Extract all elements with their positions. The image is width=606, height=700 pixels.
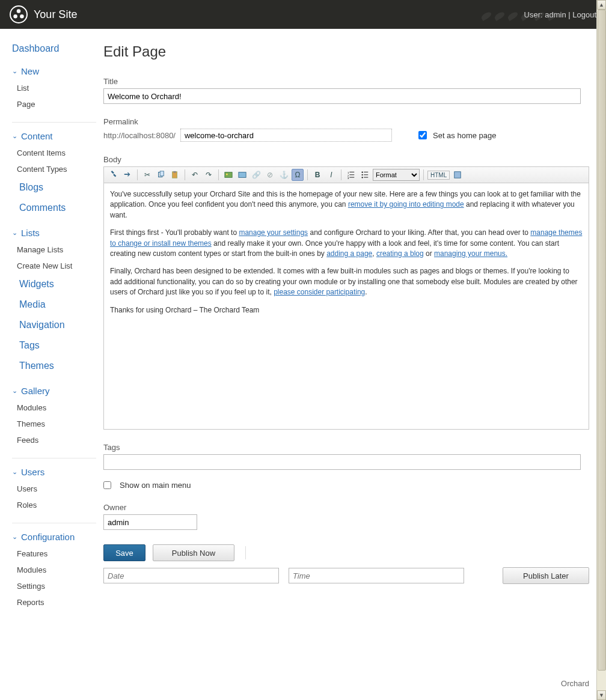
unordered-list-icon[interactable] bbox=[359, 169, 371, 181]
scroll-down-icon[interactable]: ▼ bbox=[597, 690, 606, 700]
nav-section-new[interactable]: ⌄New bbox=[12, 66, 96, 76]
redo-icon[interactable]: ↷ bbox=[203, 169, 215, 181]
nav-users[interactable]: Users bbox=[12, 481, 96, 497]
show-menu-checkbox[interactable] bbox=[103, 481, 111, 489]
svg-rect-6 bbox=[173, 171, 176, 173]
link-icon[interactable]: 🔗 bbox=[250, 169, 262, 181]
site-name: Your Site bbox=[34, 8, 77, 21]
logo-icon bbox=[10, 5, 28, 23]
bold-icon[interactable]: B bbox=[311, 169, 323, 181]
dashboard-link[interactable]: Dashboard bbox=[12, 43, 96, 54]
image-icon[interactable] bbox=[222, 169, 234, 181]
svg-text:3: 3 bbox=[347, 177, 349, 179]
nav-section-config[interactable]: ⌄Configuration bbox=[12, 532, 96, 542]
owner-label: Owner bbox=[103, 503, 589, 512]
media-icon[interactable] bbox=[236, 169, 248, 181]
nav-section-content[interactable]: ⌄Content bbox=[12, 131, 96, 141]
header-decoration bbox=[480, 12, 582, 30]
nav-section-users[interactable]: ⌄Users bbox=[12, 467, 96, 477]
chevron-down-icon: ⌄ bbox=[12, 229, 17, 237]
nav-roles[interactable]: Roles bbox=[12, 497, 96, 513]
fullscreen-icon[interactable] bbox=[451, 169, 464, 181]
svg-rect-9 bbox=[239, 172, 246, 178]
special-char-icon[interactable]: Ω bbox=[292, 169, 304, 181]
nav-navigation[interactable]: Navigation bbox=[12, 315, 96, 335]
unlink-icon[interactable]: ⊘ bbox=[264, 169, 276, 181]
copy-icon[interactable] bbox=[155, 169, 167, 181]
nav-section-gallery[interactable]: ⌄Gallery bbox=[12, 386, 96, 396]
nav-settings[interactable]: Settings bbox=[12, 578, 96, 594]
title-label: Title bbox=[103, 77, 589, 86]
nav-tags[interactable]: Tags bbox=[12, 335, 96, 356]
nav-manage-lists[interactable]: Manage Lists bbox=[12, 242, 96, 258]
nav-themes[interactable]: Themes bbox=[12, 356, 96, 376]
scroll-up-icon[interactable]: ▲ bbox=[597, 0, 606, 10]
find-icon[interactable] bbox=[108, 169, 120, 181]
svg-rect-21 bbox=[364, 177, 368, 178]
footer-text: Orchard bbox=[561, 679, 589, 688]
nav-content-items[interactable]: Content Items bbox=[12, 145, 96, 161]
nav-widgets[interactable]: Widgets bbox=[12, 274, 96, 294]
homepage-checkbox[interactable] bbox=[418, 131, 427, 139]
homepage-checkbox-label[interactable]: Set as home page bbox=[418, 131, 497, 140]
date-input[interactable] bbox=[103, 568, 279, 583]
replace-icon[interactable] bbox=[121, 169, 133, 181]
brand[interactable]: Your Site bbox=[10, 5, 77, 23]
italic-icon[interactable]: I bbox=[325, 169, 337, 181]
body-link-remove[interactable]: remove it by going into editing mode bbox=[348, 200, 464, 208]
body-editor[interactable]: You've successfully setup your Orchard S… bbox=[103, 183, 589, 430]
body-link-add-page[interactable]: adding a page bbox=[326, 249, 372, 258]
chevron-down-icon: ⌄ bbox=[12, 67, 17, 75]
svg-point-0 bbox=[17, 9, 21, 13]
button-separator bbox=[245, 546, 246, 559]
anchor-icon[interactable]: ⚓ bbox=[278, 169, 290, 181]
show-menu-label[interactable]: Show on main menu bbox=[103, 481, 589, 490]
top-bar: Your Site User: admin | Logout bbox=[0, 0, 606, 29]
nav-section-lists[interactable]: ⌄Lists bbox=[12, 228, 96, 238]
paste-icon[interactable] bbox=[169, 169, 181, 181]
publish-later-button[interactable]: Publish Later bbox=[503, 567, 589, 584]
nav-blogs[interactable]: Blogs bbox=[12, 177, 96, 198]
nav-new-page[interactable]: Page bbox=[12, 96, 96, 112]
chevron-down-icon: ⌄ bbox=[12, 468, 17, 476]
format-select[interactable]: Format bbox=[373, 169, 420, 181]
editor-toolbar: ✂ ↶ ↷ 🔗 ⊘ ⚓ Ω B I 123 Format bbox=[103, 166, 589, 183]
time-input[interactable] bbox=[289, 568, 464, 583]
body-label: Body bbox=[103, 155, 589, 164]
save-button[interactable]: Save bbox=[103, 544, 145, 561]
nav-features[interactable]: Features bbox=[12, 546, 96, 562]
publish-now-button[interactable]: Publish Now bbox=[153, 544, 234, 561]
svg-rect-13 bbox=[349, 174, 354, 175]
title-input[interactable] bbox=[103, 88, 581, 104]
vertical-scrollbar[interactable]: ▲ ▼ bbox=[596, 0, 606, 700]
nav-comments[interactable]: Comments bbox=[12, 198, 96, 218]
ordered-list-icon[interactable]: 123 bbox=[345, 169, 357, 181]
svg-point-16 bbox=[362, 172, 363, 173]
main-content: Edit Page Title Permalink http://localho… bbox=[103, 29, 606, 610]
tags-input[interactable] bbox=[103, 454, 581, 470]
slug-input[interactable] bbox=[180, 129, 392, 142]
nav-new-list[interactable]: List bbox=[12, 80, 96, 96]
body-link-settings[interactable]: manage your settings bbox=[239, 228, 308, 237]
permalink-label: Permalink bbox=[103, 117, 589, 126]
nav-gallery-themes[interactable]: Themes bbox=[12, 416, 96, 432]
body-link-participate[interactable]: please consider participating bbox=[274, 288, 365, 296]
html-button[interactable]: HTML bbox=[427, 171, 450, 180]
svg-rect-17 bbox=[364, 172, 368, 172]
body-link-menus[interactable]: managing your menus. bbox=[434, 249, 507, 258]
scroll-thumb[interactable] bbox=[598, 10, 606, 671]
nav-content-types[interactable]: Content Types bbox=[12, 161, 96, 177]
nav-media[interactable]: Media bbox=[12, 294, 96, 315]
nav-gallery-modules[interactable]: Modules bbox=[12, 400, 96, 416]
owner-input[interactable] bbox=[103, 514, 197, 530]
nav-create-list[interactable]: Create New List bbox=[12, 258, 96, 274]
undo-icon[interactable]: ↶ bbox=[189, 169, 201, 181]
svg-rect-7 bbox=[225, 172, 232, 178]
chevron-down-icon: ⌄ bbox=[12, 387, 17, 395]
nav-reports[interactable]: Reports bbox=[12, 594, 96, 610]
nav-gallery-feeds[interactable]: Feeds bbox=[12, 432, 96, 448]
nav-modules[interactable]: Modules bbox=[12, 562, 96, 578]
svg-point-1 bbox=[13, 14, 17, 19]
cut-icon[interactable]: ✂ bbox=[141, 169, 153, 181]
body-link-blog[interactable]: creating a blog bbox=[376, 249, 424, 258]
